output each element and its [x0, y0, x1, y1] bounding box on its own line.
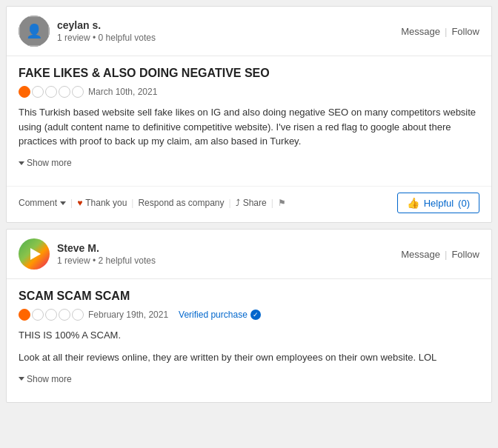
verified-badge-2: Verified purchase ✓ — [179, 310, 261, 320]
review-title-1: FAKE LIKES & ALSO DOING NEGATIVE SEO — [19, 67, 479, 80]
message-button-1[interactable]: Message — [401, 26, 440, 37]
review-card-1: 👤 ceylan s. 1 review • 0 helpful votes M… — [6, 6, 492, 223]
review-text-1: This Turkish based website sell fake lik… — [19, 105, 479, 149]
thumbs-up-icon: 👍 — [407, 197, 419, 209]
helpful-count-1: (0) — [458, 198, 470, 209]
comment-button-1[interactable]: Comment — [19, 198, 66, 208]
star-2-3 — [45, 309, 57, 321]
reviewer-actions-1: Message | Follow — [401, 26, 479, 37]
review-text-2a: THIS IS 100% A SCAM. — [19, 328, 479, 343]
pipe-2: | — [131, 198, 133, 208]
reviews-container: 👤 ceylan s. 1 review • 0 helpful votes M… — [0, 6, 498, 403]
reviewer-name-1: ceylan s. — [57, 19, 156, 31]
reviewer-name-2: Steve M. — [57, 242, 156, 254]
stars-row-2: February 19th, 2021 Verified purchase ✓ — [19, 309, 479, 321]
review-date-1: March 10th, 2021 — [88, 87, 157, 97]
review-footer-1: Comment | ♥ Thank you | Respond as compa… — [7, 186, 491, 222]
reviewer-left-2: Steve M. 1 review • 2 helpful votes — [19, 238, 156, 270]
thank-you-button-1[interactable]: Thank you — [85, 198, 127, 208]
avatar-initial: 👤 — [26, 23, 42, 39]
helpful-button-1[interactable]: 👍 Helpful (0) — [397, 193, 479, 213]
review-card-2: Steve M. 1 review • 2 helpful votes Mess… — [6, 229, 492, 403]
star-1-1 — [19, 86, 30, 98]
message-button-2[interactable]: Message — [401, 249, 440, 260]
star-1-3 — [45, 86, 57, 98]
star-2-2 — [32, 309, 44, 321]
stars-2 — [19, 309, 84, 321]
pipe-4: | — [271, 198, 273, 208]
comment-label-1: Comment — [19, 198, 57, 208]
share-button-1[interactable]: Share — [243, 198, 267, 208]
verified-check-icon: ✓ — [250, 310, 261, 320]
pipe-1: | — [70, 198, 73, 208]
show-more-label-1: Show more — [27, 158, 72, 168]
flag-icon: ⚑ — [278, 198, 286, 208]
show-more-1[interactable]: Show more — [19, 158, 72, 168]
review-body-1: FAKE LIKES & ALSO DOING NEGATIVE SEO Mar… — [7, 56, 491, 186]
show-more-2[interactable]: Show more — [19, 374, 72, 384]
respond-button-1[interactable]: Respond as company — [138, 198, 224, 208]
review-body-2: SCAM SCAM SCAM February 19th, 2021 Verif… — [7, 279, 491, 402]
play-icon — [30, 248, 41, 260]
footer-left-1: Comment | ♥ Thank you | Respond as compa… — [19, 198, 286, 208]
star-2-4 — [59, 309, 70, 321]
reviewer-header-2: Steve M. 1 review • 2 helpful votes Mess… — [7, 230, 491, 279]
avatar-1: 👤 — [19, 16, 50, 47]
star-2-5 — [72, 309, 84, 321]
avatar-2 — [19, 238, 50, 270]
reviewer-meta-1: 1 review • 0 helpful votes — [57, 33, 156, 43]
heart-icon: ♥ — [77, 198, 82, 208]
helpful-label-1: Helpful — [424, 198, 454, 209]
star-2-1 — [19, 309, 30, 321]
reviewer-header-1: 👤 ceylan s. 1 review • 0 helpful votes M… — [7, 7, 491, 56]
follow-button-1[interactable]: Follow — [451, 26, 479, 37]
star-1-2 — [32, 86, 44, 98]
comment-arrow-icon — [60, 201, 66, 205]
reviewer-info-2: Steve M. 1 review • 2 helpful votes — [57, 242, 156, 266]
review-date-2: February 19th, 2021 — [88, 310, 168, 320]
stars-row-1: March 10th, 2021 — [19, 86, 479, 98]
stars-1 — [19, 86, 84, 98]
share-icon: ⤴ — [236, 198, 240, 208]
pipe-divider-2: | — [445, 249, 447, 260]
avatar-image-1: 👤 — [19, 16, 50, 47]
review-text-2b: Look at all their reviews online, they a… — [19, 350, 479, 365]
arrow-down-icon-1 — [19, 161, 24, 165]
verified-label-2: Verified purchase — [179, 310, 248, 320]
pipe-divider: | — [445, 26, 447, 37]
reviewer-meta-2: 1 review • 2 helpful votes — [57, 255, 156, 266]
follow-button-2[interactable]: Follow — [451, 249, 479, 260]
star-1-5 — [72, 86, 84, 98]
arrow-down-icon-2 — [19, 377, 24, 381]
reviewer-left-1: 👤 ceylan s. 1 review • 0 helpful votes — [19, 16, 156, 47]
avatar-image-2 — [19, 238, 50, 270]
reviewer-actions-2: Message | Follow — [401, 249, 479, 260]
reviewer-info-1: ceylan s. 1 review • 0 helpful votes — [57, 19, 156, 43]
review-title-2: SCAM SCAM SCAM — [19, 290, 479, 303]
show-more-label-2: Show more — [27, 374, 72, 384]
pipe-3: | — [229, 198, 231, 208]
star-1-4 — [59, 86, 70, 98]
